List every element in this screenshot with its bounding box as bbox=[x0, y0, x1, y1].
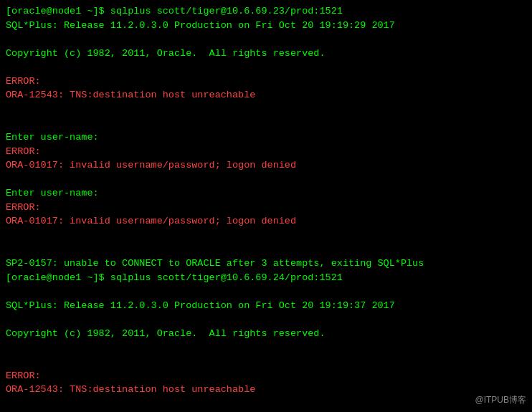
terminal-line: [oracle@node1 ~]$ sqlplus scott/tiger@10… bbox=[6, 271, 526, 285]
terminal-line bbox=[6, 102, 526, 117]
terminal-line: ORA-01017: invalid username/password; lo… bbox=[6, 214, 526, 229]
terminal-line: Enter user-name: bbox=[6, 130, 526, 145]
terminal-line bbox=[6, 117, 526, 131]
terminal-output: [oracle@node1 ~]$ sqlplus scott/tiger@10… bbox=[6, 4, 526, 397]
terminal-line bbox=[6, 229, 526, 243]
terminal-line bbox=[6, 173, 526, 187]
terminal-line bbox=[6, 60, 526, 75]
terminal-line bbox=[6, 284, 526, 299]
terminal-line bbox=[6, 355, 526, 369]
terminal-line bbox=[6, 312, 526, 327]
terminal-line: SQL*Plus: Release 11.2.0.3.0 Production … bbox=[6, 19, 526, 33]
terminal-line: Enter user-name: bbox=[6, 186, 526, 201]
terminal-line: ORA-12543: TNS:destination host unreacha… bbox=[6, 383, 526, 397]
terminal-line bbox=[6, 341, 526, 355]
terminal-line: ERROR: bbox=[6, 369, 526, 383]
terminal-line: ERROR: bbox=[6, 145, 526, 159]
terminal-line: ORA-01017: invalid username/password; lo… bbox=[6, 158, 526, 173]
watermark: @ITPUB博客 bbox=[475, 394, 526, 406]
terminal-line: ORA-12543: TNS:destination host unreacha… bbox=[6, 88, 526, 102]
terminal-line: ERROR: bbox=[6, 75, 526, 89]
terminal-window: [oracle@node1 ~]$ sqlplus scott/tiger@10… bbox=[0, 0, 532, 412]
terminal-line: ERROR: bbox=[6, 201, 526, 215]
terminal-line bbox=[6, 32, 526, 47]
terminal-line: SQL*Plus: Release 11.2.0.3.0 Production … bbox=[6, 299, 526, 313]
terminal-line: Copyright (c) 1982, 2011, Oracle. All ri… bbox=[6, 327, 526, 341]
terminal-line: SP2-0157: unable to CONNECT to ORACLE af… bbox=[6, 257, 526, 271]
terminal-line: Copyright (c) 1982, 2011, Oracle. All ri… bbox=[6, 47, 526, 61]
terminal-line bbox=[6, 243, 526, 257]
terminal-line: [oracle@node1 ~]$ sqlplus scott/tiger@10… bbox=[6, 4, 526, 19]
